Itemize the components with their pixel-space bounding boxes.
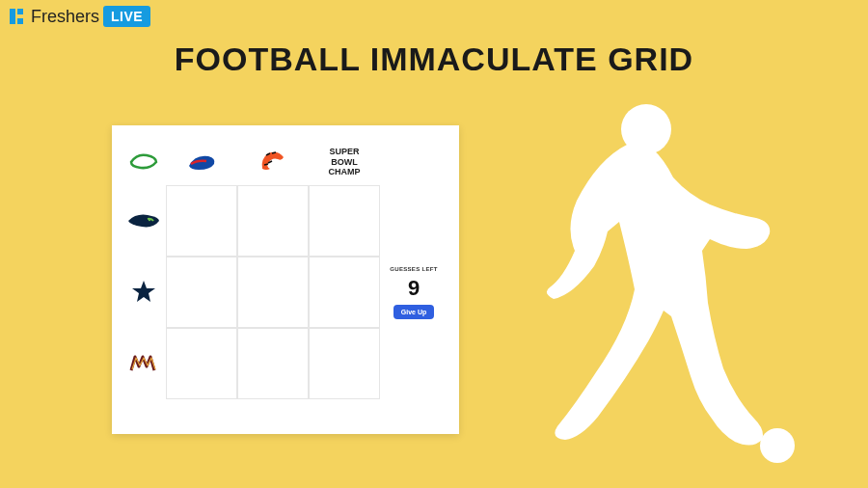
spacer xyxy=(380,185,448,257)
brand-logo: Freshers LIVE xyxy=(8,6,150,27)
col-header-line2: BOWL xyxy=(331,157,358,168)
brand-live-badge: LIVE xyxy=(103,6,150,27)
grid-cell[interactable] xyxy=(237,257,309,328)
spacer xyxy=(380,328,448,399)
grid-cell[interactable] xyxy=(309,257,380,328)
svg-point-3 xyxy=(149,219,150,221)
guesses-count: 9 xyxy=(408,276,420,301)
row-header-commanders-icon xyxy=(122,328,166,399)
brand-mark-icon xyxy=(8,7,27,26)
svg-point-5 xyxy=(760,428,795,463)
col-header-line3: CHAMP xyxy=(329,167,361,177)
give-up-button[interactable]: Give Up xyxy=(393,305,434,319)
row-header-cowboys-icon xyxy=(122,257,166,328)
grid-cell[interactable] xyxy=(309,328,380,399)
col-header-bills-icon xyxy=(166,139,237,185)
brand-name: Freshers xyxy=(31,7,99,27)
grid-cell[interactable] xyxy=(166,328,237,399)
col-header-superbowl: SUPER BOWL CHAMP xyxy=(309,139,380,185)
corner-brand-icon xyxy=(122,139,166,185)
svg-rect-0 xyxy=(10,9,15,24)
grid-cell[interactable] xyxy=(237,328,309,399)
grid-card: SUPER BOWL CHAMP GUESSES LEFT 9 Give Up xyxy=(112,125,459,434)
svg-rect-2 xyxy=(17,18,23,24)
grid-cell[interactable] xyxy=(237,185,309,257)
col-header-line1: SUPER xyxy=(329,147,359,157)
grid-cell[interactable] xyxy=(309,185,380,257)
row-header-seahawks-icon xyxy=(122,185,166,257)
page-title: FOOTBALL IMMACULATE GRID xyxy=(175,41,693,78)
svg-rect-1 xyxy=(17,9,23,14)
guesses-panel: GUESSES LEFT 9 Give Up xyxy=(380,257,448,328)
grid-cell[interactable] xyxy=(166,257,237,328)
player-silhouette-icon xyxy=(482,87,829,473)
immaculate-grid: SUPER BOWL CHAMP GUESSES LEFT 9 Give Up xyxy=(122,139,449,399)
guesses-label: GUESSES LEFT xyxy=(390,266,437,272)
spacer xyxy=(380,139,448,185)
col-header-bengals-icon xyxy=(237,139,309,185)
grid-cell[interactable] xyxy=(166,185,237,257)
